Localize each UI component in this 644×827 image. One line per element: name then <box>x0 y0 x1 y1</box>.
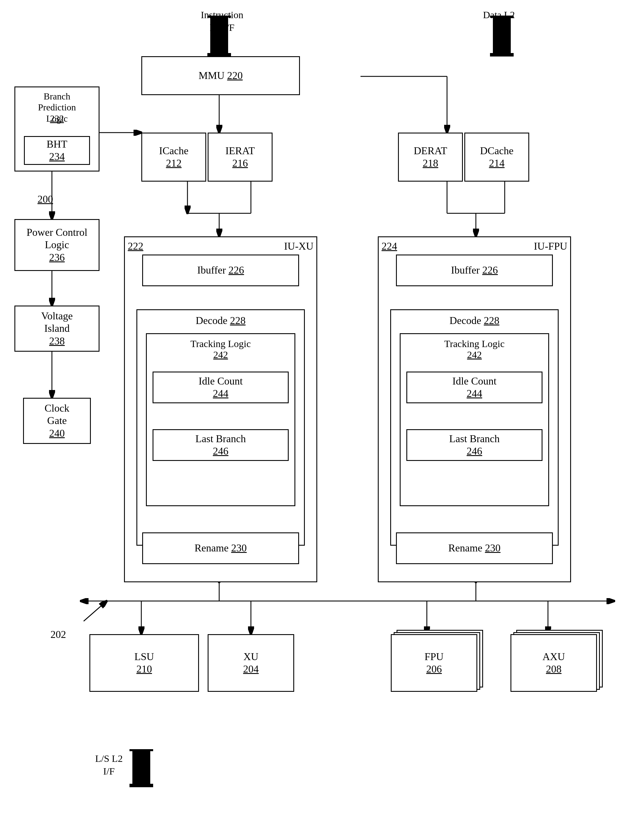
lsu-box: LSU210 <box>89 634 199 692</box>
lsu-label: LSU210 <box>134 651 154 676</box>
ibuffer-xu-label: Ibuffer 226 <box>197 264 244 276</box>
mmu-box: MMU 220 <box>141 56 300 95</box>
ibuffer-fpu-box: Ibuffer 226 <box>396 254 553 286</box>
rename-fpu-label: Rename 230 <box>449 542 501 554</box>
data-l2-label: Data L2I/F <box>470 9 528 34</box>
idle-count-xu-label: Idle Count244 <box>199 375 243 400</box>
icache-box: ICache212 <box>141 133 206 182</box>
diagram: MMU 220 ICache212 IERAT216 DERAT218 DCac… <box>0 0 644 827</box>
voltage-island-box: VoltageIsland238 <box>14 306 100 352</box>
icache-ref: 212 <box>166 158 182 169</box>
idle-count-fpu-box: Idle Count244 <box>406 371 542 403</box>
mmu-label: MMU 220 <box>199 69 242 82</box>
iu-fpu-label: IU-FPU <box>534 240 567 252</box>
last-branch-fpu-label: Last Branch246 <box>449 433 500 457</box>
xu-box: XU204 <box>208 634 294 692</box>
ierat-label: IERAT216 <box>225 145 255 170</box>
tracking-fpu-box: Tracking Logic242 Idle Count244 Last Bra… <box>400 333 549 506</box>
iu-xu-label: IU-XU <box>284 240 314 252</box>
xu-label: XU204 <box>243 651 259 676</box>
last-branch-fpu-box: Last Branch246 <box>406 429 542 461</box>
clock-gate-label: ClockGate240 <box>45 402 69 440</box>
ierat-ref: 216 <box>233 158 248 169</box>
fpu-box: FPU206 <box>391 634 477 692</box>
dcache-label: DCache214 <box>480 145 514 170</box>
svg-marker-32 <box>130 749 153 787</box>
axu-box: AXU208 <box>511 634 597 692</box>
instruction-l2-label: InstructionL2 I/F <box>193 9 251 34</box>
idle-count-fpu-label: Idle Count244 <box>452 375 497 400</box>
derat-box: DERAT218 <box>398 133 463 182</box>
branch-pred-ref: 232 <box>50 113 64 124</box>
iu-xu-ref: 222 <box>128 240 143 252</box>
mmu-ref: 220 <box>227 70 243 81</box>
branch-pred-box: BranchPredictionLogic BHT234 232 <box>14 86 100 172</box>
clock-gate-box: ClockGate240 <box>23 398 91 444</box>
fpu-label: FPU206 <box>425 651 444 676</box>
ierat-box: IERAT216 <box>208 133 272 182</box>
power-ctrl-box: Power ControlLogic236 <box>14 219 100 271</box>
iu-fpu-ref: 224 <box>381 240 397 252</box>
ref-202-label: 202 <box>50 629 66 640</box>
ibuffer-fpu-label: Ibuffer 226 <box>451 264 498 276</box>
bht-label: BHT234 <box>47 138 67 163</box>
iu-fpu-outer-box: 224 IU-FPU Ibuffer 226 Decode 228 Tracki… <box>378 236 571 582</box>
svg-line-35 <box>84 601 107 621</box>
power-ctrl-label: Power ControlLogic236 <box>27 226 88 264</box>
derat-ref: 218 <box>423 158 438 169</box>
iu-xu-outer-box: 222 IU-XU Ibuffer 226 Decode 228 Trackin… <box>124 236 317 582</box>
ref-200-label: 200 <box>38 193 53 205</box>
ibuffer-xu-box: Ibuffer 226 <box>142 254 299 286</box>
rename-xu-box: Rename 230 <box>142 532 299 564</box>
bht-box: BHT234 <box>24 136 90 165</box>
last-branch-xu-box: Last Branch246 <box>153 429 289 461</box>
derat-label: DERAT218 <box>414 145 447 170</box>
rename-fpu-box: Rename 230 <box>396 532 553 564</box>
last-branch-xu-label: Last Branch246 <box>195 433 246 457</box>
decode-xu-box: Decode 228 Tracking Logic242 Idle Count2… <box>136 309 305 546</box>
dcache-ref: 214 <box>489 158 505 169</box>
axu-label: AXU208 <box>542 651 565 676</box>
idle-count-xu-box: Idle Count244 <box>153 371 289 403</box>
rename-xu-label: Rename 230 <box>195 542 247 554</box>
decode-fpu-box: Decode 228 Tracking Logic242 Idle Count2… <box>390 309 559 546</box>
dcache-box: DCache214 <box>464 133 529 182</box>
voltage-island-label: VoltageIsland238 <box>41 310 73 347</box>
icache-label: ICache212 <box>159 145 189 170</box>
ls-l2-label: L/S L2I/F <box>95 752 123 778</box>
tracking-xu-box: Tracking Logic242 Idle Count244 Last Bra… <box>146 333 295 506</box>
